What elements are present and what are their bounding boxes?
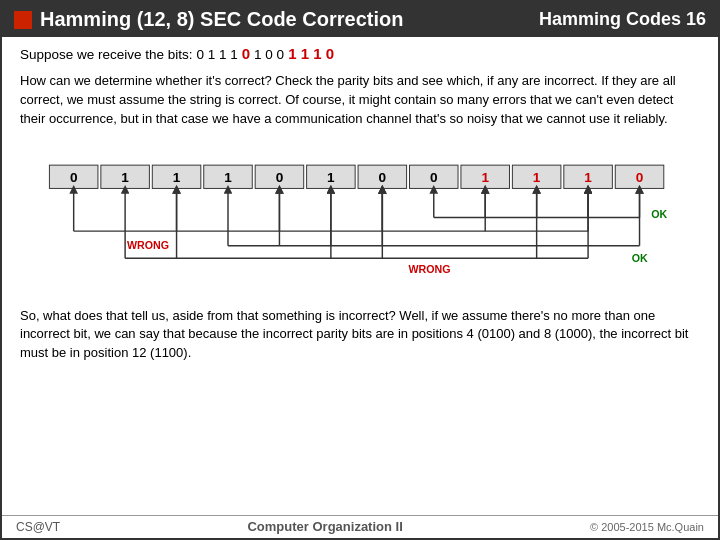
svg-text:0: 0 bbox=[430, 169, 438, 184]
suppose-label: Suppose we receive the bits: bbox=[20, 47, 193, 62]
svg-text:1: 1 bbox=[533, 169, 541, 184]
svg-text:0: 0 bbox=[70, 169, 78, 184]
svg-text:0: 0 bbox=[379, 169, 387, 184]
bit-5: 1 bbox=[250, 47, 261, 62]
red-square-icon bbox=[14, 11, 32, 29]
bits-container: 0 1 1 1 0 1 0 0 1 1 1 0 bbox=[196, 47, 334, 62]
svg-text:OK: OK bbox=[632, 252, 648, 264]
svg-text:1: 1 bbox=[121, 169, 129, 184]
bit-1: 1 bbox=[204, 47, 215, 62]
slide-footer: CS@VT Computer Organization II © 2005-20… bbox=[2, 515, 718, 534]
svg-text:0: 0 bbox=[636, 169, 644, 184]
svg-text:1: 1 bbox=[224, 169, 232, 184]
bit-9: 1 bbox=[297, 45, 310, 62]
bit-11: 0 bbox=[322, 45, 335, 62]
bit-7: 0 bbox=[273, 47, 284, 62]
svg-text:1: 1 bbox=[481, 169, 489, 184]
svg-text:WRONG: WRONG bbox=[127, 238, 169, 250]
bit-10: 1 bbox=[309, 45, 322, 62]
svg-text:OK: OK bbox=[651, 207, 667, 219]
paragraph2: So, what does that tell us, aside from t… bbox=[20, 307, 700, 364]
svg-text:1: 1 bbox=[584, 169, 592, 184]
footer-center: Computer Organization II bbox=[247, 519, 402, 534]
svg-text:1: 1 bbox=[327, 169, 335, 184]
footer-left: CS@VT bbox=[16, 520, 60, 534]
bit-8: 1 bbox=[284, 45, 297, 62]
svg-text:WRONG: WRONG bbox=[409, 262, 451, 274]
footer-right: © 2005-2015 Mc.Quain bbox=[590, 521, 704, 533]
slide-title: Hamming (12, 8) SEC Code Correction bbox=[14, 8, 403, 31]
bit-0: 0 bbox=[196, 47, 204, 62]
svg-text:1: 1 bbox=[173, 169, 181, 184]
suppose-line: Suppose we receive the bits: 0 1 1 1 0 1… bbox=[20, 45, 700, 62]
bit-4: 0 bbox=[238, 45, 251, 62]
slide-content: Suppose we receive the bits: 0 1 1 1 0 1… bbox=[2, 37, 718, 377]
bit-3: 1 bbox=[226, 47, 237, 62]
paragraph1: How can we determine whether it's correc… bbox=[20, 72, 700, 129]
bit-6: 0 bbox=[261, 47, 272, 62]
slide-container: Hamming (12, 8) SEC Code Correction Hamm… bbox=[0, 0, 720, 540]
svg-text:0: 0 bbox=[276, 169, 284, 184]
slide-header: Hamming (12, 8) SEC Code Correction Hamm… bbox=[2, 2, 718, 37]
bit-2: 1 bbox=[215, 47, 226, 62]
title-text: Hamming (12, 8) SEC Code Correction bbox=[40, 8, 403, 31]
diagram-wrapper: 0 1 1 1 0 1 0 0 1 1 1 0 bbox=[30, 139, 690, 299]
slide-number: Hamming Codes 16 bbox=[539, 9, 706, 30]
diagram-svg: 0 1 1 1 0 1 0 0 1 1 1 0 bbox=[30, 139, 690, 299]
